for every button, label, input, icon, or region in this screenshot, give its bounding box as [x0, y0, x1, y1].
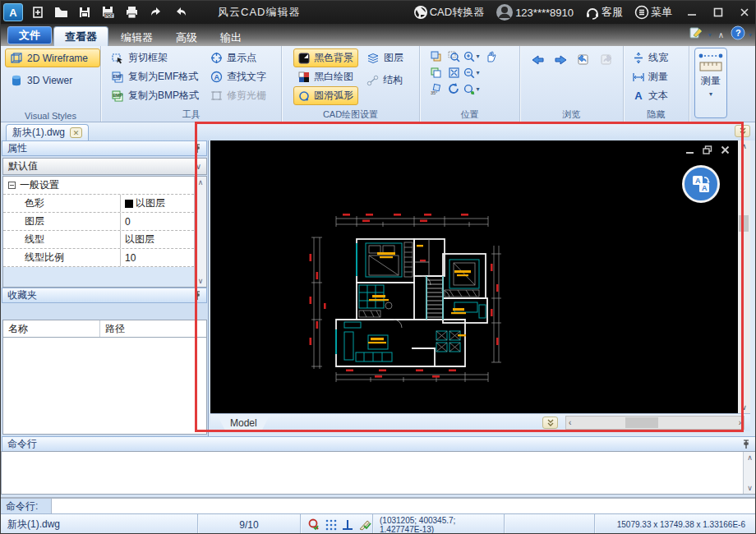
tab-output[interactable]: 输出: [210, 29, 252, 46]
copy-emf-button[interactable]: EMF 复制为EMF格式: [106, 67, 204, 86]
scrollbar-thumb[interactable]: [625, 417, 658, 428]
open-file-button[interactable]: [49, 2, 73, 22]
zoom-mark-icon[interactable]: [307, 518, 320, 532]
clip-frame-button[interactable]: 剪切框架: [106, 48, 204, 67]
status-bar: 新块(1).dwg 9/10 (1031205; 400345.7; 1.427…: [1, 513, 756, 534]
zoom-in-button[interactable]: ▾: [463, 48, 481, 64]
maximize-button[interactable]: [706, 3, 731, 21]
property-row-ltscale[interactable]: 线型比例 10: [3, 249, 206, 267]
find-text-button[interactable]: A 查找文字: [205, 67, 271, 86]
edit-dropdown-arrow[interactable]: ▾: [708, 31, 712, 39]
measure-dropdown-arrow[interactable]: ▾: [709, 90, 712, 98]
layout-chevron-button[interactable]: [542, 417, 558, 429]
paste-view-button[interactable]: [426, 65, 445, 81]
document-tab-close-icon[interactable]: ✕: [70, 127, 82, 138]
tab-advanced[interactable]: 高级: [165, 29, 208, 46]
minimize-button[interactable]: [680, 3, 704, 21]
grid-snap-icon[interactable]: [325, 519, 337, 531]
ruler-icon: [699, 62, 722, 71]
support-button[interactable]: 客服: [581, 2, 629, 22]
floorplan-drawing: [297, 198, 502, 387]
help-dropdown-arrow[interactable]: ▾: [749, 31, 752, 39]
measure-tool-panel[interactable]: 测量 ▾: [694, 48, 727, 118]
new-file-button[interactable]: [26, 2, 49, 22]
zoom-extents-button[interactable]: [445, 65, 463, 81]
tab-file[interactable]: 文件: [7, 26, 52, 44]
show-points-button[interactable]: 显示点: [205, 48, 271, 67]
close-button[interactable]: [732, 3, 756, 21]
column-path[interactable]: 路径: [100, 322, 125, 336]
view-redo-button[interactable]: [597, 52, 615, 67]
hide-measure-button[interactable]: 测量: [628, 67, 689, 86]
pin-icon[interactable]: [742, 440, 750, 449]
trim-raster-button[interactable]: 修剪光栅: [205, 86, 271, 105]
favorites-list-empty[interactable]: [2, 338, 207, 435]
group-cad-settings: 黑色背景 黑白绘图 圆滑弧形 图层 结构: [282, 46, 420, 122]
black-background-button[interactable]: 黑色背景: [293, 48, 358, 67]
edit-mode-button[interactable]: [689, 25, 705, 44]
refresh-view-button[interactable]: [445, 81, 463, 97]
mdi-close-icon[interactable]: [721, 145, 730, 154]
pin-icon[interactable]: [193, 144, 201, 154]
save-button[interactable]: [73, 2, 96, 22]
zoom-selected-button[interactable]: ▾: [463, 81, 481, 97]
bw-drawing-button[interactable]: 黑白绘图: [293, 67, 358, 86]
mdi-minimize-icon[interactable]: [685, 145, 694, 154]
command-input[interactable]: [52, 499, 756, 513]
collapse-minus-icon[interactable]: [8, 182, 16, 189]
property-row-linetype[interactable]: 线型 以图层: [3, 231, 206, 249]
scrollbar-thumb[interactable]: [739, 215, 749, 232]
drawing-canvas[interactable]: A A: [210, 140, 738, 413]
property-preset-dropdown[interactable]: 默认值 ∨: [2, 158, 207, 175]
canvas-vertical-scrollbar[interactable]: ∧ ∨: [738, 140, 750, 413]
status-filename: 新块(1).dwg: [1, 514, 198, 534]
pan-button[interactable]: [481, 48, 499, 64]
mdi-restore-icon[interactable]: [703, 145, 712, 154]
document-tab[interactable]: 新块(1).dwg ✕: [6, 124, 89, 140]
help-button[interactable]: ?: [731, 25, 745, 44]
emf-icon: EMF: [111, 71, 124, 84]
hide-text-button[interactable]: A 文本: [628, 86, 689, 105]
copy-bmp-button[interactable]: BMP 复制为BMP格式: [106, 86, 204, 105]
zoom-out-button[interactable]: ▾: [463, 65, 481, 81]
clip-frame-icon: [111, 52, 124, 65]
2d-wireframe-button[interactable]: 2D Wireframe: [5, 48, 100, 67]
cad-converter-button[interactable]: CAD转换器: [409, 2, 490, 22]
property-row-color[interactable]: 色彩 以图层: [3, 195, 206, 213]
copy-view-button[interactable]: [426, 48, 445, 64]
convert-floating-button[interactable]: A A: [682, 165, 720, 203]
property-row-layer[interactable]: 图层 0: [3, 213, 206, 231]
app-logo-icon: A: [3, 3, 23, 21]
user-account-button[interactable]: 123****8910: [491, 2, 579, 22]
property-group-row[interactable]: 一般设置: [3, 177, 206, 195]
model-tab[interactable]: Model: [217, 415, 270, 431]
pin-icon[interactable]: [193, 291, 201, 301]
back-button[interactable]: [528, 52, 546, 67]
command-history[interactable]: ∧∨: [1, 451, 756, 495]
smooth-arc-button[interactable]: 圆滑弧形: [293, 86, 358, 105]
forward-button[interactable]: [551, 52, 569, 67]
property-grid-scrollbar[interactable]: ∧∨: [194, 177, 206, 287]
3d-viewer-button[interactable]: 3D Viewer: [5, 71, 100, 90]
svg-text:?: ?: [735, 28, 741, 38]
view-undo-button[interactable]: [574, 52, 592, 67]
command-history-scrollbar[interactable]: ∧∨: [743, 452, 756, 494]
undo-icon[interactable]: [144, 2, 168, 22]
tab-editor[interactable]: 编辑器: [110, 29, 164, 46]
redo-icon[interactable]: [168, 2, 193, 22]
rotate-view-button[interactable]: 35°: [426, 81, 445, 97]
print-button[interactable]: [120, 2, 144, 22]
hide-linewidth-button[interactable]: 线宽: [628, 48, 689, 67]
menu-button[interactable]: 菜单: [630, 2, 678, 22]
collapse-ribbon-button[interactable]: ∧: [718, 30, 724, 39]
structure-button[interactable]: 结构: [362, 71, 408, 90]
layers-button[interactable]: 图层: [362, 48, 408, 67]
tab-viewer[interactable]: 查看器: [53, 26, 108, 46]
canvas-horizontal-scrollbar[interactable]: ‹ ›: [565, 416, 744, 430]
draft-check-icon[interactable]: [358, 518, 371, 531]
zoom-window-button[interactable]: [445, 48, 463, 64]
tab-list-chevron-button[interactable]: [735, 125, 750, 137]
column-name[interactable]: 名称: [3, 320, 100, 337]
save-as-pdf-button[interactable]: PDF: [96, 2, 120, 22]
ortho-icon[interactable]: [342, 519, 353, 531]
